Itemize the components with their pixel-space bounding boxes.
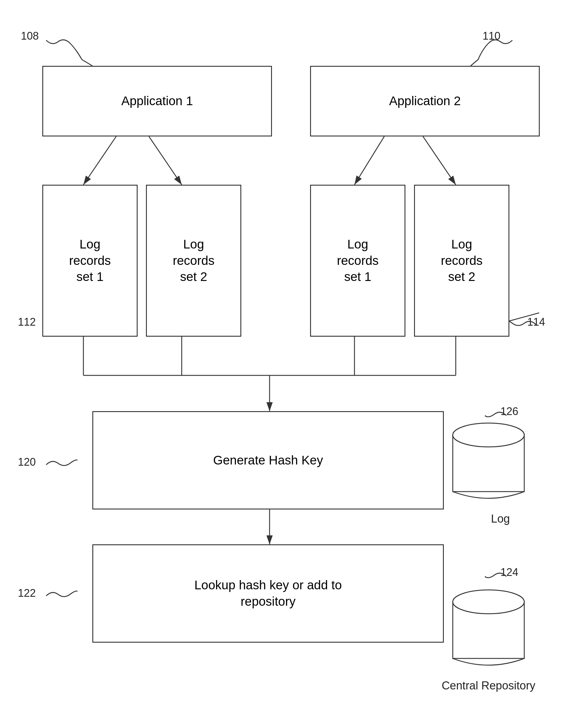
log-db-cylinder <box>444 417 533 507</box>
log2-set2-box: Log records set 2 <box>414 185 509 337</box>
ref-114: 114 <box>527 316 545 328</box>
ref-124: 124 <box>500 566 518 579</box>
svg-line-4 <box>423 137 456 185</box>
log1-set2-box: Log records set 2 <box>146 185 241 337</box>
generate-hash-box: Generate Hash Key <box>92 411 444 510</box>
ref-122: 122 <box>18 587 36 599</box>
app2-box: Application 2 <box>310 66 540 137</box>
app1-box: Application 1 <box>42 66 272 137</box>
ref-112: 112 <box>18 316 36 328</box>
ref-120: 120 <box>18 456 36 468</box>
lookup-box: Lookup hash key or add to repository <box>92 544 444 643</box>
svg-point-15 <box>453 423 524 447</box>
svg-line-2 <box>149 137 182 185</box>
central-repo-label: Central Repository <box>438 679 539 692</box>
central-db-cylinder <box>444 584 533 673</box>
svg-point-17 <box>453 590 524 614</box>
log2-set1-box: Log records set 1 <box>310 185 405 337</box>
log-db-label: Log <box>471 512 530 525</box>
svg-line-3 <box>355 137 384 185</box>
ref-108: 108 <box>21 30 39 42</box>
svg-line-1 <box>83 137 116 185</box>
log1-set1-box: Log records set 1 <box>42 185 138 337</box>
ref-110: 110 <box>483 30 500 42</box>
ref-126: 126 <box>500 405 518 418</box>
